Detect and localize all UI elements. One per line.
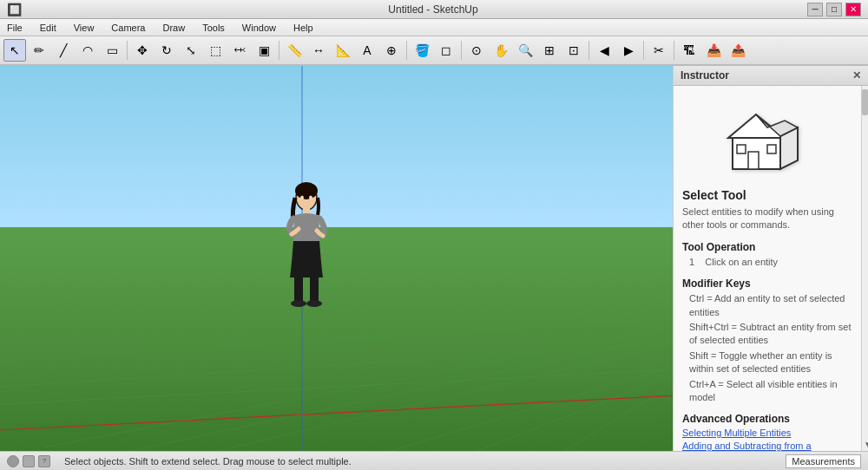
statusbar: ? Select objects. Shift to extend select…	[0, 451, 868, 470]
menu-item-help[interactable]: Help	[290, 21, 317, 35]
tool-button-zoom[interactable]: 🔍	[514, 39, 536, 62]
tool-button-paint[interactable]: 🪣	[411, 39, 433, 62]
tool-illustration	[682, 95, 852, 181]
instructor-header: Instructor ✕	[674, 66, 868, 86]
tool-button-tape[interactable]: 📏	[283, 39, 306, 62]
toolbar-separator	[279, 41, 279, 60]
operation-item-1: 1 Click on an entity	[689, 256, 852, 269]
svg-line-2	[0, 343, 673, 387]
svg-point-18	[300, 196, 304, 200]
svg-rect-14	[294, 276, 303, 302]
svg-rect-23	[737, 145, 746, 153]
restore-button[interactable]: □	[826, 3, 842, 16]
tool-button-rotate[interactable]: ↻	[155, 39, 178, 62]
toolbar-separator	[406, 41, 407, 60]
svg-line-9	[477, 374, 673, 451]
tool-button-text[interactable]: A	[356, 39, 378, 62]
instructor-body[interactable]: Select Tool Select entities to modify wh…	[674, 86, 861, 451]
advanced-link-2[interactable]: Adding and Subtracting from a Selection …	[682, 441, 852, 451]
viewport[interactable]	[0, 66, 673, 451]
tool-button-eraser[interactable]: ◻	[435, 39, 457, 62]
svg-line-5	[43, 326, 673, 447]
svg-rect-24	[767, 145, 776, 153]
app-icon: 🔲	[7, 3, 22, 16]
svg-point-12	[295, 182, 318, 199]
section-title-modifier: Modifier Keys	[682, 277, 852, 290]
menu-item-tools[interactable]: Tools	[199, 21, 228, 35]
tool-button-export[interactable]: 📤	[727, 39, 749, 62]
tool-button-axes[interactable]: ⊕	[380, 39, 403, 62]
tool-button-warehouse[interactable]: 🏗	[678, 39, 700, 62]
status-icons: ?	[7, 455, 50, 467]
menu-item-edit[interactable]: Edit	[36, 21, 60, 35]
modifier-item-4: Ctrl+A = Select all visible entities in …	[689, 378, 852, 405]
tool-button-followme[interactable]: ⬹	[228, 39, 251, 62]
modifier-item-2: Shift+Ctrl = Subtract an entity from set…	[689, 321, 852, 348]
tool-description: Select entities to modify when using oth…	[682, 206, 852, 232]
instructor-title: Instructor	[681, 69, 729, 82]
tool-button-pencil[interactable]: ✏	[28, 39, 50, 62]
close-button[interactable]: ✕	[845, 3, 861, 16]
tool-button-move[interactable]: ✥	[131, 39, 154, 62]
menu-item-view[interactable]: View	[70, 21, 98, 35]
instructor-panel: Instructor ✕	[673, 66, 868, 451]
svg-rect-22	[748, 152, 759, 169]
tool-button-offset[interactable]: ▣	[253, 39, 275, 62]
person-figure	[276, 182, 337, 312]
tool-button-zoomfit[interactable]: ⊡	[562, 39, 585, 62]
menu-item-window[interactable]: Window	[239, 21, 279, 35]
tool-button-arc[interactable]: ◠	[76, 39, 99, 62]
status-icon-2	[23, 455, 35, 467]
tool-button-protractor[interactable]: 📐	[332, 39, 354, 62]
svg-point-19	[309, 196, 312, 200]
scroll-down-button[interactable]: ▼	[862, 438, 868, 451]
window-title: Untitled - SketchUp	[59, 3, 807, 16]
titlebar: 🔲 Untitled - SketchUp ─ □ ✕	[0, 0, 868, 19]
tool-button-import[interactable]: 📥	[702, 39, 725, 62]
svg-line-4	[0, 317, 673, 361]
toolbar-separator	[127, 41, 128, 60]
toolbar-separator	[461, 41, 462, 60]
svg-line-3	[0, 369, 673, 404]
instructor-close-button[interactable]: ✕	[852, 69, 861, 82]
measurements-box: Measurements	[786, 454, 861, 468]
svg-rect-15	[310, 276, 319, 302]
svg-point-17	[306, 300, 322, 307]
svg-line-6	[130, 335, 673, 451]
tool-button-dims[interactable]: ↔	[307, 39, 330, 62]
tool-button-scale[interactable]: ⤡	[180, 39, 202, 62]
tool-button-pushpull[interactable]: ⬚	[204, 39, 227, 62]
minimize-button[interactable]: ─	[807, 3, 823, 16]
toolbar: ↖✏╱◠▭✥↻⤡⬚⬹▣📏↔📐A⊕🪣◻⊙✋🔍⊞⊡◀▶✂🏗📥📤	[0, 36, 868, 66]
section-title-advanced: Advanced Operations	[682, 413, 852, 425]
status-icon-3: ?	[38, 455, 50, 467]
toolbar-separator	[674, 41, 674, 60]
modifier-item-3: Shift = Toggle whether an entity is with…	[689, 349, 852, 376]
tool-button-shape[interactable]: ▭	[101, 39, 123, 62]
tool-button-next[interactable]: ▶	[617, 39, 640, 62]
tool-button-select[interactable]: ↖	[3, 39, 26, 62]
menu-item-file[interactable]: File	[3, 21, 26, 35]
tool-button-orbit[interactable]: ⊙	[465, 39, 488, 62]
status-icon-1	[7, 455, 19, 467]
house-icon	[720, 101, 815, 175]
tool-button-line[interactable]: ╱	[52, 39, 75, 62]
menu-item-camera[interactable]: Camera	[108, 21, 148, 35]
measurements-label: Measurements	[792, 456, 855, 467]
menubar: FileEditViewCameraDrawToolsWindowHelp	[0, 19, 868, 36]
advanced-link-1[interactable]: Selecting Multiple Entities	[682, 428, 852, 438]
window-controls: ─ □ ✕	[807, 3, 861, 16]
tool-button-section[interactable]: ✂	[648, 39, 670, 62]
toolbar-separator	[643, 41, 644, 60]
status-message: Select objects. Shift to extend select. …	[64, 456, 352, 467]
toolbar-separator	[589, 41, 589, 60]
tool-button-zoomwin[interactable]: ⊞	[538, 39, 561, 62]
tool-button-prev[interactable]: ◀	[593, 39, 615, 62]
tool-button-pan[interactable]: ✋	[490, 39, 512, 62]
modifier-item-1: Ctrl = Add an entity to set of selected …	[689, 292, 852, 319]
section-title-operation: Tool Operation	[682, 241, 852, 253]
menu-item-draw[interactable]: Draw	[159, 21, 188, 35]
tool-name: Select Tool	[682, 188, 852, 202]
main-area: Instructor ✕	[0, 66, 868, 451]
svg-line-10	[564, 382, 673, 451]
